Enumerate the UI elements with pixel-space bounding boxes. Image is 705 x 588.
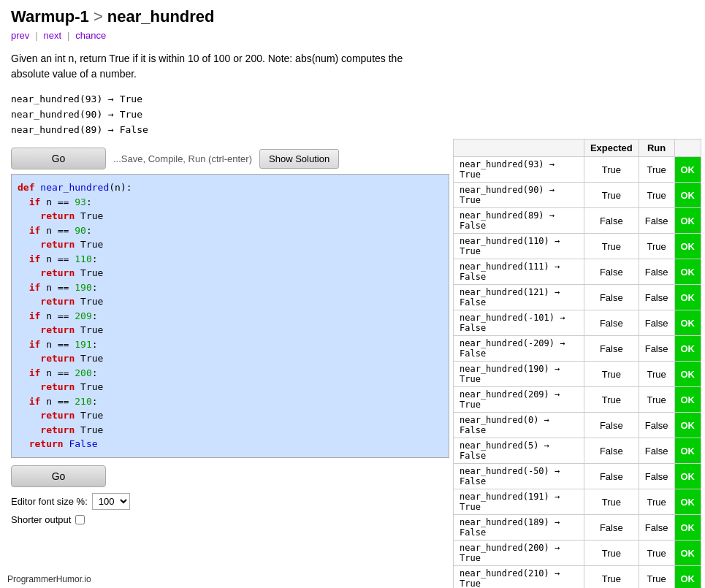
ok-cell: OK (674, 208, 701, 234)
expected-cell: True (584, 362, 639, 387)
ok-cell: OK (674, 157, 701, 183)
table-row: near_hundred(-209) → FalseFalseFalseOK (454, 336, 701, 362)
code-editor[interactable]: def near_hundred(n): if n == 93: return … (11, 174, 449, 458)
table-row: near_hundred(110) → TrueTrueTrueOK (454, 234, 701, 259)
col-run-header: Run (639, 140, 674, 157)
test-name-cell: near_hundred(190) → True (454, 362, 584, 387)
ok-cell: OK (674, 489, 701, 515)
table-row: near_hundred(191) → TrueTrueTrueOK (454, 489, 701, 515)
test-name-cell: near_hundred(-209) → False (454, 336, 584, 362)
expected-cell: False (584, 310, 639, 336)
expected-cell: False (584, 464, 639, 489)
run-cell: False (639, 413, 674, 438)
save-label: ...Save, Compile, Run (ctrl-enter) (113, 153, 252, 164)
table-row: near_hundred(0) → FalseFalseFalseOK (454, 413, 701, 438)
ok-cell: OK (674, 464, 701, 489)
results-table: Expected Run near_hundred(93) → TrueTrue… (453, 139, 701, 532)
ok-cell: OK (674, 336, 701, 362)
col-expected-header: Expected (584, 140, 639, 157)
results-header-row: Expected Run (454, 140, 701, 157)
font-size-select[interactable]: 100 (92, 493, 130, 510)
test-name-cell: near_hundred(191) → True (454, 489, 584, 515)
test-name-cell: near_hundred(0) → False (454, 413, 584, 438)
table-row: near_hundred(190) → TrueTrueTrueOK (454, 362, 701, 387)
ok-cell: OK (674, 438, 701, 464)
run-cell: False (639, 438, 674, 464)
expected-cell: False (584, 515, 639, 532)
ok-cell: OK (674, 310, 701, 336)
breadcrumb-section: Warmup-1 (11, 7, 89, 26)
run-cell: True (639, 183, 674, 208)
run-cell: True (639, 234, 674, 259)
expected-cell: True (584, 234, 639, 259)
table-row: near_hundred(189) → FalseFalseFalseOK (454, 515, 701, 532)
table-row: near_hundred(90) → TrueTrueTrueOK (454, 183, 701, 208)
expected-cell: True (584, 387, 639, 413)
expected-cell: True (584, 489, 639, 515)
run-cell: False (639, 464, 674, 489)
test-name-cell: near_hundred(209) → True (454, 387, 584, 413)
table-row: near_hundred(111) → FalseFalseFalseOK (454, 259, 701, 285)
table-row: near_hundred(93) → TrueTrueTrueOK (454, 157, 701, 183)
breadcrumb-current: near_hundred (107, 7, 215, 26)
nav-sep-2: | (67, 30, 69, 41)
go-button-top[interactable]: Go (11, 148, 106, 169)
go-button-bottom[interactable]: Go (11, 465, 106, 487)
expected-cell: False (584, 208, 639, 234)
chance-link[interactable]: chance (75, 30, 106, 41)
page-title: Warmup-1 > near_hundred (11, 7, 694, 26)
run-cell: False (639, 310, 674, 336)
run-cell: True (639, 362, 674, 387)
col-ok-header (674, 140, 701, 157)
results-panel: Expected Run near_hundred(93) → TrueTrue… (453, 139, 701, 532)
test-name-cell: near_hundred(189) → False (454, 515, 584, 532)
test-name-cell: near_hundred(111) → False (454, 259, 584, 285)
ok-cell: OK (674, 387, 701, 413)
test-name-cell: near_hundred(93) → True (454, 157, 584, 183)
prev-link[interactable]: prev (11, 30, 29, 41)
next-link[interactable]: next (43, 30, 61, 41)
problem-description: Given an int n, return True if it is wit… (11, 51, 442, 82)
shorter-output-label: Shorter output (11, 514, 71, 525)
run-cell: False (639, 336, 674, 362)
show-solution-button[interactable]: Show Solution (259, 149, 339, 169)
test-name-cell: near_hundred(-50) → False (454, 464, 584, 489)
run-cell: False (639, 208, 674, 234)
expected-cell: True (584, 183, 639, 208)
example-1: near_hundred(93) → True (11, 92, 694, 107)
run-cell: True (639, 489, 674, 515)
run-cell: True (639, 157, 674, 183)
ok-cell: OK (674, 259, 701, 285)
expected-cell: False (584, 438, 639, 464)
expected-cell: True (584, 157, 639, 183)
test-name-cell: near_hundred(-101) → False (454, 310, 584, 336)
table-row: near_hundred(121) → FalseFalseFalseOK (454, 285, 701, 310)
ok-cell: OK (674, 413, 701, 438)
shorter-output-checkbox[interactable] (75, 515, 85, 524)
table-row: near_hundred(5) → FalseFalseFalseOK (454, 438, 701, 464)
test-name-cell: near_hundred(89) → False (454, 208, 584, 234)
run-cell: False (639, 515, 674, 532)
run-cell: True (639, 387, 674, 413)
ok-cell: OK (674, 183, 701, 208)
breadcrumb-arrow: > (94, 7, 107, 26)
ok-cell: OK (674, 285, 701, 310)
nav-links: prev | next | chance (11, 29, 694, 41)
ok-cell: OK (674, 234, 701, 259)
expected-cell: False (584, 259, 639, 285)
example-3: near_hundred(89) → False (11, 123, 694, 138)
table-row: near_hundred(89) → FalseFalseFalseOK (454, 208, 701, 234)
expected-cell: False (584, 285, 639, 310)
table-row: near_hundred(-101) → FalseFalseFalseOK (454, 310, 701, 336)
test-name-cell: near_hundred(5) → False (454, 438, 584, 464)
col-test-header (454, 140, 584, 157)
expected-cell: False (584, 336, 639, 362)
examples-block: near_hundred(93) → True near_hundred(90)… (11, 92, 694, 137)
table-row: near_hundred(-50) → FalseFalseFalseOK (454, 464, 701, 489)
run-cell: False (639, 259, 674, 285)
expected-cell: False (584, 413, 639, 438)
test-name-cell: near_hundred(90) → True (454, 183, 584, 208)
table-row: near_hundred(209) → TrueTrueTrueOK (454, 387, 701, 413)
example-2: near_hundred(90) → True (11, 107, 694, 123)
font-size-label: Editor font size %: (11, 496, 88, 507)
